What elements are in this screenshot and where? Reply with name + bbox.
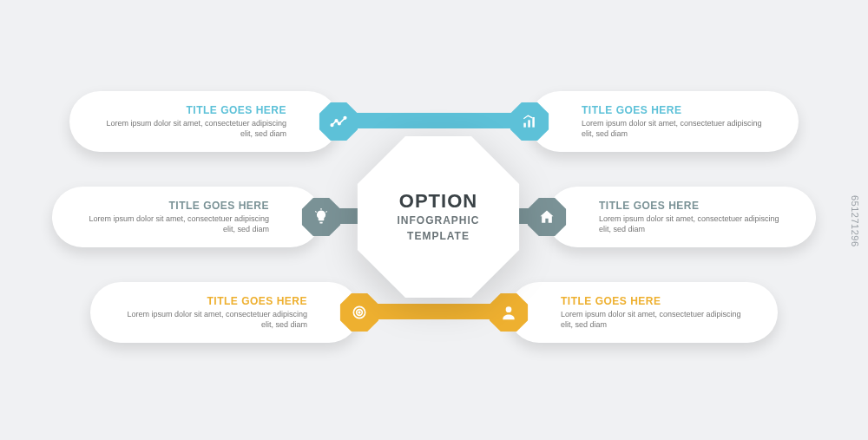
lightbulb-icon: [301, 197, 341, 237]
infographic-diagram: TITLE GOES HERE Lorem ipsum dolor sit am…: [52, 87, 816, 356]
option-desc: Lorem ipsum dolor sit amet, consectetuer…: [599, 214, 781, 234]
center-octagon: OPTION INFOGRAPHIC TEMPLATE: [356, 135, 521, 299]
svg-line-7: [315, 211, 316, 212]
option-title: TITLE GOES HERE: [561, 295, 743, 307]
center-title: OPTION: [399, 190, 477, 213]
option-desc: Lorem ipsum dolor sit amet, consectetuer…: [87, 214, 269, 234]
option-left-3: TITLE GOES HERE Lorem ipsum dolor sit am…: [90, 282, 359, 343]
svg-point-2: [335, 120, 338, 122]
option-title: TITLE GOES HERE: [104, 104, 286, 116]
option-desc: Lorem ipsum dolor sit amet, consectetuer…: [104, 119, 286, 139]
option-title: TITLE GOES HERE: [125, 295, 307, 307]
center-subtitle-2: TEMPLATE: [407, 230, 470, 244]
watermark-text: 651271296: [850, 195, 860, 247]
option-right-2: TITLE GOES HERE Lorem ipsum dolor sit am…: [547, 187, 816, 247]
svg-rect-15: [528, 120, 530, 127]
home-icon: [527, 197, 567, 237]
option-left-2: TITLE GOES HERE Lorem ipsum dolor sit am…: [52, 187, 321, 247]
option-title: TITLE GOES HERE: [599, 200, 781, 212]
svg-point-1: [331, 124, 333, 127]
option-right-1: TITLE GOES HERE Lorem ipsum dolor sit am…: [529, 91, 799, 152]
svg-rect-16: [532, 117, 535, 128]
svg-point-4: [344, 117, 346, 120]
option-title: TITLE GOES HERE: [87, 200, 269, 212]
svg-point-19: [506, 306, 512, 312]
center-subtitle-1: INFOGRAPHIC: [398, 214, 480, 228]
svg-rect-14: [523, 123, 526, 128]
option-desc: Lorem ipsum dolor sit amet, consectetuer…: [561, 310, 743, 330]
svg-line-8: [326, 211, 326, 212]
svg-point-3: [339, 122, 341, 125]
watermark: 651271296: [842, 104, 868, 338]
option-title: TITLE GOES HERE: [582, 104, 764, 116]
option-desc: Lorem ipsum dolor sit amet, consectetuer…: [582, 119, 764, 139]
option-left-1: TITLE GOES HERE Lorem ipsum dolor sit am…: [69, 91, 339, 152]
option-right-3: TITLE GOES HERE Lorem ipsum dolor sit am…: [509, 282, 778, 343]
svg-point-12: [358, 312, 360, 313]
option-desc: Lorem ipsum dolor sit amet, consectetuer…: [125, 310, 307, 330]
analytics-icon: [319, 102, 358, 141]
